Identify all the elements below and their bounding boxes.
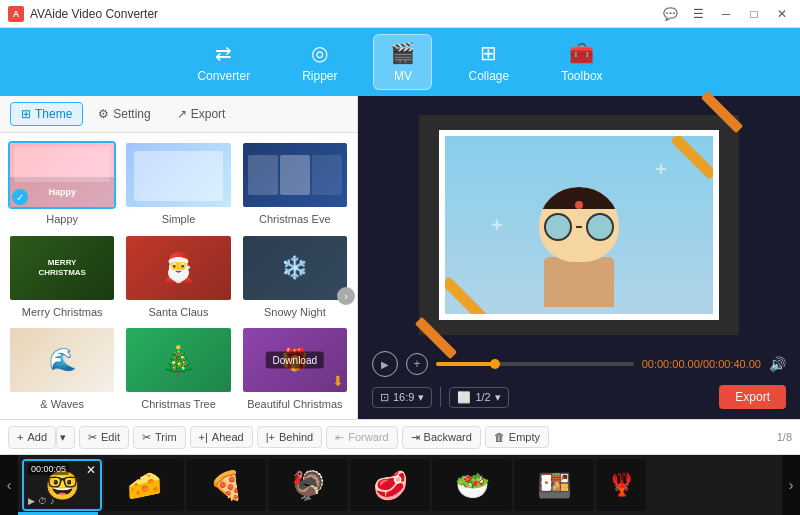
scroll-right-arrow[interactable]: ›: [337, 287, 355, 305]
nav-mv[interactable]: 🎬 MV: [373, 34, 432, 90]
add-button[interactable]: + Add: [8, 426, 56, 449]
tab-setting[interactable]: ⚙ Setting: [87, 102, 161, 126]
menu-button[interactable]: ☰: [688, 4, 708, 24]
minimize-button[interactable]: ─: [716, 4, 736, 24]
theme-grid: Happy ✓ Happy Simple: [0, 133, 357, 419]
empty-button[interactable]: 🗑 Empty: [485, 426, 549, 448]
timeline-item-6[interactable]: 🥗: [432, 459, 512, 511]
nav-collage-label: Collage: [468, 69, 509, 83]
theme-item-snowy-night[interactable]: ❄️ Snowy Night: [241, 234, 349, 319]
theme-item-beautiful-christmas[interactable]: 🎁 Download ⬇ Beautiful Christmas: [241, 326, 349, 411]
preview-inner: + +: [439, 130, 719, 320]
timeline-prev-button[interactable]: ‹: [0, 455, 18, 515]
theme-thumb-merry-christmas: MERRYCHRISTMAS: [8, 234, 116, 302]
theme-item-waves[interactable]: 🌊 & Waves: [8, 326, 116, 411]
timeline-item-2[interactable]: 🧀: [104, 459, 184, 511]
tab-export[interactable]: ↗ Export: [166, 102, 237, 126]
timeline-item-1[interactable]: 🤓 00:00:05 ✕ ▶ ⏱ ♪: [22, 459, 102, 511]
progress-bar[interactable]: [436, 362, 634, 366]
app-logo: A: [8, 6, 24, 22]
theme-item-christmas-tree[interactable]: 🎄 Christmas Tree: [124, 326, 232, 411]
snowy-theme-label: Snowy Night: [264, 306, 326, 318]
trim-icon: ✂: [142, 431, 151, 444]
window-controls: 💬 ☰ ─ □ ✕: [660, 4, 792, 24]
happy-check: ✓: [12, 189, 28, 205]
timeline-item-3[interactable]: 🍕: [186, 459, 266, 511]
add-dropdown[interactable]: ▾: [56, 426, 75, 449]
char-bindi: [575, 201, 583, 209]
edit-icon: ✂: [88, 431, 97, 444]
timeline-items: 🤓 00:00:05 ✕ ▶ ⏱ ♪ 🧀 🍕 🦃 🥩: [18, 455, 782, 515]
nav-toolbox-label: Toolbox: [561, 69, 602, 83]
timeline-item-4[interactable]: 🦃: [268, 459, 348, 511]
theme-preview-santa-claus: 🎅: [126, 236, 230, 300]
empty-label: Empty: [509, 431, 540, 443]
chat-button[interactable]: 💬: [660, 4, 680, 24]
forward-button[interactable]: ⇤ Forward: [326, 426, 397, 449]
backward-button[interactable]: ⇥ Backward: [402, 426, 481, 449]
trim-button[interactable]: ✂ Trim: [133, 426, 186, 449]
theme-item-santa-claus[interactable]: 🎅 Santa Claus: [124, 234, 232, 319]
theme-item-christmas-eve[interactable]: Christmas Eve: [241, 141, 349, 226]
timeline-emoji-3: 🍕: [209, 469, 244, 502]
theme-tab-label: Theme: [35, 107, 72, 121]
maximize-button[interactable]: □: [744, 4, 764, 24]
theme-item-merry-christmas[interactable]: MERRYCHRISTMAS Merry Christmas: [8, 234, 116, 319]
theme-thumb-santa-claus: 🎅: [124, 234, 232, 302]
nav-toolbox[interactable]: 🧰 Toolbox: [545, 35, 618, 89]
export-button[interactable]: Export: [719, 385, 786, 409]
merry-christmas-text: MERRYCHRISTMAS: [38, 258, 86, 277]
nav-collage[interactable]: ⊞ Collage: [452, 35, 525, 89]
behind-label: Behind: [279, 431, 313, 443]
play-button[interactable]: ▶: [372, 351, 398, 377]
theme-preview-christmas-tree: 🎄: [126, 328, 230, 392]
edit-button[interactable]: ✂ Edit: [79, 426, 129, 449]
timeline-item-1-remove[interactable]: ✕: [86, 463, 96, 477]
page-select[interactable]: ⬜ 1/2 ▾: [449, 387, 508, 408]
toolbox-icon: 🧰: [569, 41, 594, 65]
playback-controls: ▶ + 00:00:00.00/00:00:40.00 🔊: [368, 351, 790, 377]
timeline-item-8[interactable]: 🦞: [596, 459, 646, 511]
add-photo-left: +: [491, 213, 503, 236]
theme-preview-merry-christmas: MERRYCHRISTMAS: [10, 236, 114, 300]
close-button[interactable]: ✕: [772, 4, 792, 24]
santa-theme-label: Santa Claus: [149, 306, 209, 318]
timeline-item-7[interactable]: 🍱: [514, 459, 594, 511]
navbar: ⇄ Converter ◎ Ripper 🎬 MV ⊞ Collage 🧰 To…: [0, 28, 800, 96]
christmas-eve-theme-label: Christmas Eve: [259, 213, 331, 225]
edit-label: Edit: [101, 431, 120, 443]
page-arrow-icon: ▾: [495, 391, 501, 404]
aspect-ratio-select[interactable]: ⊡ 16:9 ▾: [372, 387, 432, 408]
tab-theme[interactable]: ⊞ Theme: [10, 102, 83, 126]
content-wrapper: ⊞ Theme ⚙ Setting ↗ Export: [0, 96, 800, 515]
nav-converter[interactable]: ⇄ Converter: [181, 35, 266, 89]
ahead-label: Ahead: [212, 431, 244, 443]
theme-thumb-christmas-tree: 🎄: [124, 326, 232, 394]
theme-thumb-simple: [124, 141, 232, 209]
page-value: 1/2: [475, 391, 490, 403]
export-tab-label: Export: [191, 107, 226, 121]
happy-label-overlay: Happy: [48, 187, 76, 197]
tree-emoji: 🎄: [161, 344, 196, 377]
volume-icon[interactable]: 🔊: [769, 356, 786, 372]
add-icon: +: [17, 431, 23, 443]
nav-ripper[interactable]: ◎ Ripper: [286, 35, 353, 89]
simple-theme-label: Simple: [162, 213, 196, 225]
ratio-divider: [440, 387, 441, 407]
nav-converter-label: Converter: [197, 69, 250, 83]
add-time-button[interactable]: +: [406, 353, 428, 375]
toolbar: + Add ▾ ✂ Edit ✂ Trim +| Ahead |+ Behind…: [0, 419, 800, 455]
ahead-button[interactable]: +| Ahead: [190, 426, 253, 448]
theme-item-happy[interactable]: Happy ✓ Happy: [8, 141, 116, 226]
timeline-item-5[interactable]: 🥩: [350, 459, 430, 511]
behind-button[interactable]: |+ Behind: [257, 426, 323, 448]
santa-emoji: 🎅: [161, 251, 196, 284]
preview-area: + +: [368, 106, 790, 343]
timeline-next-button[interactable]: ›: [782, 455, 800, 515]
ahead-icon: +|: [199, 431, 208, 443]
progress-fill: [436, 362, 495, 366]
timeline-emoji-7: 🍱: [537, 469, 572, 502]
theme-item-simple[interactable]: Simple: [124, 141, 232, 226]
timeline-emoji-2: 🧀: [127, 469, 162, 502]
backward-label: Backward: [424, 431, 472, 443]
